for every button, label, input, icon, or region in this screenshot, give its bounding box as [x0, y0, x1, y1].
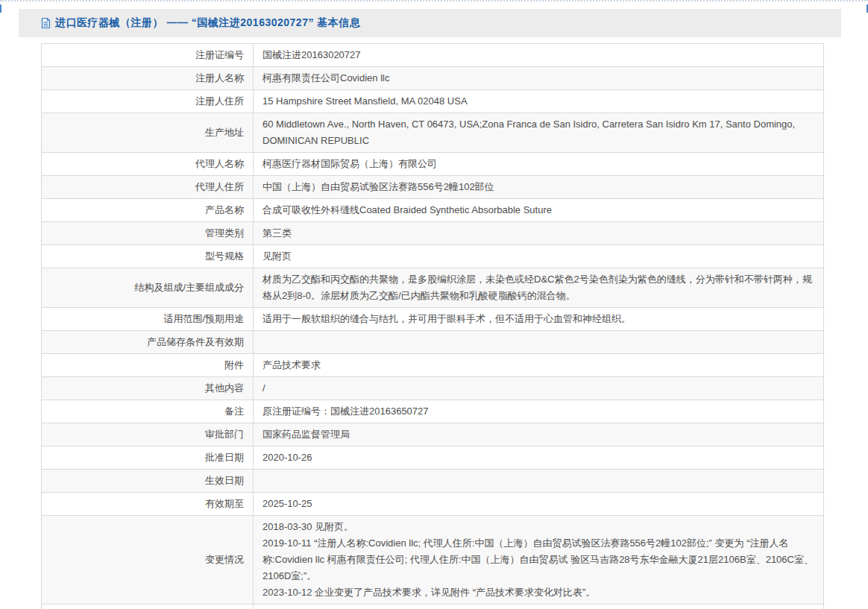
table-row: 有效期至 2025-10-25 — [42, 493, 824, 516]
row-value: 见附页 — [254, 245, 824, 268]
row-value: 柯惠有限责任公司Covidien llc — [254, 67, 824, 90]
table-row: 代理人名称 柯惠医疗器材国际贸易（上海）有限公司 — [42, 153, 824, 176]
row-value: 详情 — [254, 605, 824, 609]
row-value: 国家药品监督管理局 — [254, 423, 824, 447]
table-row: 注册人住所 15 Hampshire Street Mansfield, MA … — [42, 90, 824, 113]
row-label: 结构及组成/主要组成成分 — [134, 282, 244, 293]
row-value: 2018-03-30 见附页。 2019-10-11 “注册人名称:Covidi… — [254, 516, 824, 605]
row-value: 国械注进20163020727 — [254, 44, 824, 67]
row-value: 材质为乙交酯和丙交酯的共聚物，是多股编织涂层，未染色或经D&C紫色2号染色剂染为… — [254, 268, 824, 308]
row-value: 60 Middletown Ave., North Haven, CT 0647… — [254, 113, 824, 153]
row-label: 注册人住所 — [195, 95, 244, 107]
row-value: 柯惠医疗器材国际贸易（上海）有限公司 — [254, 153, 824, 176]
row-label: 变更情况 — [205, 554, 244, 565]
table-row: 适用范围/预期用途 适用于一般软组织的缝合与结扎，并可用于眼科手术，但不适用于心… — [42, 308, 824, 331]
row-value — [254, 470, 824, 493]
row-label: 代理人名称 — [195, 158, 244, 169]
table-row: 附件 产品技术要求 — [42, 354, 824, 377]
row-label: 生产地址 — [205, 127, 244, 138]
table-row: 生产地址 60 Middletown Ave., North Haven, CT… — [42, 113, 824, 153]
row-value: 中国（上海）自由贸易试验区法赛路556号2幢102部位 — [254, 176, 824, 199]
info-table: 注册证编号 国械注进20163020727 注册人名称 柯惠有限责任公司Covi… — [41, 43, 824, 609]
table-row: 注册人名称 柯惠有限责任公司Covidien llc — [42, 67, 824, 90]
row-value: 2025-10-25 — [254, 493, 824, 516]
row-value: 原注册证编号：国械注进20163650727 — [254, 400, 824, 423]
table-row: 结构及组成/主要组成成分 材质为乙交酯和丙交酯的共聚物，是多股编织涂层，未染色或… — [42, 268, 824, 308]
row-label: 生效日期 — [205, 475, 244, 486]
page-header: 进口医疗器械（注册） —— “国械注进20163020727” 基本信息 — [19, 9, 841, 37]
table-row: 其他内容 / — [42, 377, 824, 400]
row-label: 产品名称 — [205, 204, 244, 215]
table-row: 型号规格 见附页 — [42, 245, 824, 268]
table-row: 审批部门 国家药品监督管理局 — [42, 423, 824, 447]
table-row: 批准日期 2020-10-26 — [42, 447, 824, 470]
table-row: 生效日期 — [42, 470, 824, 493]
row-label: 管理类别 — [205, 227, 244, 239]
row-label: 批准日期 — [205, 452, 244, 463]
row-label: 其他内容 — [205, 382, 244, 394]
row-value: 第三类 — [254, 222, 824, 245]
row-value: 产品技术要求 — [254, 354, 824, 377]
table-row: 备注 原注册证编号：国械注进20163650727 — [42, 400, 824, 423]
top-dotted-border — [0, 0, 868, 1]
row-label: 备注 — [224, 406, 244, 417]
row-value: 适用于一般软组织的缝合与结扎，并可用于眼科手术，但不适用于心血管和神经组织。 — [254, 308, 824, 331]
row-value: 15 Hampshire Street Mansfield, MA 02048 … — [254, 90, 824, 113]
row-label: 适用范围/预期用途 — [163, 313, 244, 324]
registration-info-panel: 注册证编号 国械注进20163020727 注册人名称 柯惠有限责任公司Covi… — [41, 43, 824, 609]
row-label: 有效期至 — [205, 498, 244, 509]
row-value: 2020-10-26 — [254, 447, 824, 470]
row-label: 注册证编号 — [195, 49, 244, 60]
document-icon — [41, 17, 51, 29]
info-table-body: 注册证编号 国械注进20163020727 注册人名称 柯惠有限责任公司Covi… — [42, 44, 824, 609]
row-label: 产品储存条件及有效期 — [147, 336, 244, 347]
table-row: 产品储存条件及有效期 — [42, 331, 824, 354]
row-label: 注册人名称 — [195, 72, 244, 83]
row-value — [254, 331, 824, 354]
row-label: 型号规格 — [205, 250, 244, 262]
table-row: 注 详情 — [42, 605, 824, 609]
row-label: 附件 — [224, 359, 244, 370]
left-border-dash — [0, 4, 1, 13]
table-row: 变更情况 2018-03-30 见附页。 2019-10-11 “注册人名称:C… — [42, 516, 824, 605]
row-value: / — [254, 377, 824, 400]
table-row: 注册证编号 国械注进20163020727 — [42, 44, 824, 67]
table-row: 产品名称 合成可吸收性外科缝线Coated Braided Synthetic … — [42, 199, 824, 222]
table-row: 管理类别 第三类 — [42, 222, 824, 245]
row-label: 代理人住所 — [195, 181, 244, 192]
row-value: 合成可吸收性外科缝线Coated Braided Synthetic Absor… — [254, 199, 824, 222]
page-title: 进口医疗器械（注册） —— “国械注进20163020727” 基本信息 — [55, 16, 360, 30]
row-label: 审批部门 — [205, 429, 244, 440]
table-row: 代理人住所 中国（上海）自由贸易试验区法赛路556号2幢102部位 — [42, 176, 824, 199]
